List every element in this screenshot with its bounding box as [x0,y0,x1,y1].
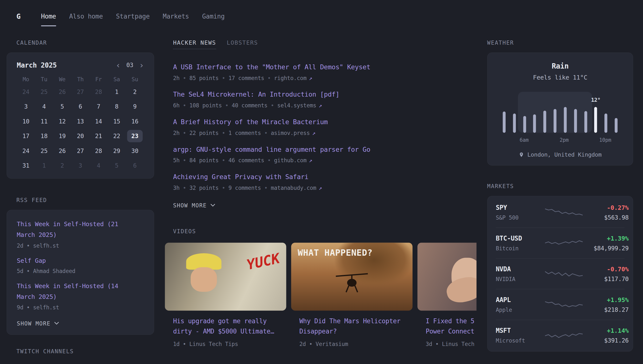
weather-time-labels: 6am2pm10pm [496,137,624,143]
video-thumbnail[interactable]: WHAT HAPPENED? [291,242,413,310]
market-row[interactable]: AAPLApple+1.95%$218.27 [496,289,624,320]
calendar-day-header: Tu [35,76,53,82]
news-item-title[interactable]: The SeL4 Microkernel: An Introduction [p… [173,90,468,98]
weather-bar [615,118,617,133]
calendar-nav: ‹ 03 › [116,61,144,69]
market-symbol: NVDA [496,266,545,273]
weather-feels-like: Feels like 11°C [496,74,624,81]
news-meta-part: 108 points [189,102,222,108]
rss-show-more-label: SHOW MORE [17,320,51,327]
market-row[interactable]: BTC-USDBitcoin+1.39%$84,999.29 [496,228,624,258]
news-item-title[interactable]: A USB Interface to the "Mother of All De… [173,63,468,71]
news-source-domain: matanabudy.com [271,184,316,191]
weather-time-label-empty [549,137,559,143]
nav-item-startpage[interactable]: Startpage [116,0,150,33]
mars-helicopter-graphic [334,270,369,297]
rss-widget: RSS FEED This Week in Self-Hosted (21 Ma… [7,197,154,335]
calendar-day: 1 [109,86,125,98]
weather-bar [503,112,505,133]
market-sparkline [545,236,583,250]
news-source-link[interactable]: matanabudy.com↗ [271,184,322,191]
news-item-title[interactable]: A Brief History of the Miracle Bacterium [173,118,468,126]
dashboard-page: G HomeAlso homeStartpageMarketsGaming CA… [0,0,643,364]
news-source-link[interactable]: github.com↗ [274,157,312,164]
tab-lobsters[interactable]: LOBSTERS [227,39,258,49]
market-row[interactable]: NVDANVIDIA-0.70%$117.70 [496,258,624,289]
weather-location: London, United Kingdom [527,151,601,158]
weather-bar-slot [550,92,560,133]
thumbnail-overlay-text: WHAT HAPPENED? [298,248,373,258]
market-change: -0.27% [583,204,628,211]
rss-item-title[interactable]: This Week in Self-Hosted (21 March 2025) [17,219,144,240]
news-list: A USB Interface to the "Mother of All De… [173,63,468,191]
market-row[interactable]: MSFTMicrosoft+1.14%$391.26 [496,320,624,350]
weather-bar [513,114,516,133]
weather-time-label-empty [509,137,519,143]
news-source-link[interactable]: sel4.systems↗ [277,102,322,108]
separator-dot: • [222,75,225,81]
calendar-day-header: Fr [89,76,107,82]
calendar-day: 25 [36,145,52,157]
external-link-icon: ↗ [309,157,312,164]
calendar-day: 7 [91,100,106,113]
news-item: Achieving Great Privacy with Safari3h•32… [173,173,468,191]
market-price: $391.26 [583,337,628,344]
market-sparkline [545,267,583,281]
nav-item-also-home[interactable]: Also home [69,0,103,33]
calendar-next-icon[interactable]: › [139,61,144,69]
news-item-title[interactable]: Achieving Great Privacy with Safari [173,173,468,181]
calendar-day: 5 [55,100,70,113]
left-column: CALENDAR March 2025 ‹ 03 › MoTuWeThFrSaS… [7,39,154,354]
calendar-day: 11 [36,115,52,127]
video-title[interactable]: His upgrade got me really dirty - AMD $5… [165,316,286,337]
video-meta: 1d • Linus Tech Tips [165,340,286,347]
calendar-day: 16 [127,115,143,127]
weather-bars: 12° [499,92,621,133]
weather-bar [554,109,556,133]
weather-bar-slot [509,92,519,133]
calendar-day-today: 23 [127,130,143,142]
rss-item-title[interactable]: Self Gap [17,256,144,266]
video-title[interactable]: Why Did The Mars Helicopter Disappear? [291,316,413,337]
separator-dot: • [183,130,186,136]
calendar-day: 30 [127,145,143,157]
calendar-day: 25 [36,86,52,98]
market-price-block: +1.14%$391.26 [583,327,628,344]
nav-item-gaming[interactable]: Gaming [202,0,225,33]
weather-bar [594,107,597,133]
nav-item-markets[interactable]: Markets [163,0,189,33]
calendar-day: 12 [55,115,70,127]
news-item-meta: 2h•85 points•17 comments•righto.com↗ [173,75,468,81]
news-source-link[interactable]: righto.com↗ [274,75,312,81]
calendar-day: 24 [18,86,34,98]
calendar-day-header: Th [71,76,89,82]
calendar-day: 18 [36,130,52,142]
news-item-title[interactable]: argp: GNU-style command line argument pa… [173,146,468,153]
rss-show-more-button[interactable]: SHOW MORE [17,320,59,327]
video-thumbnail[interactable] [417,242,476,310]
rss-item-title[interactable]: This Week in Self-Hosted (14 March 2025) [17,281,144,302]
calendar-day: 3 [18,100,34,113]
market-price: $563.98 [583,214,628,221]
weather-time-label-empty [611,137,621,143]
nav-item-home[interactable]: Home [41,0,56,33]
calendar-day: 2 [55,159,70,172]
news-show-more-button[interactable]: SHOW MORE [173,202,215,208]
market-price-block: +1.39%$84,999.29 [583,235,628,252]
news-source-link[interactable]: asimov.press↗ [271,130,315,136]
weather-time-label-empty [579,137,589,143]
app-logo[interactable]: G [16,12,21,20]
video-thumbnail[interactable]: YUCK [165,242,286,310]
market-symbol: MSFT [496,327,545,334]
video-title[interactable]: I Fixed the 5 Power Connect [417,316,476,337]
external-link-icon: ↗ [319,102,322,108]
market-row[interactable]: SPYS&P 500-0.27%$563.98 [496,197,624,228]
calendar-prev-icon[interactable]: ‹ [116,61,121,69]
rss-section-label: RSS FEED [7,197,154,203]
separator-dot: • [222,184,225,191]
separator-dot: • [183,184,186,191]
news-meta-part: 22 points [189,130,219,136]
news-source-domain: righto.com [274,75,307,81]
videos-section-label: VIDEOS [165,228,476,234]
tab-hacker-news[interactable]: HACKER NEWS [173,39,216,49]
